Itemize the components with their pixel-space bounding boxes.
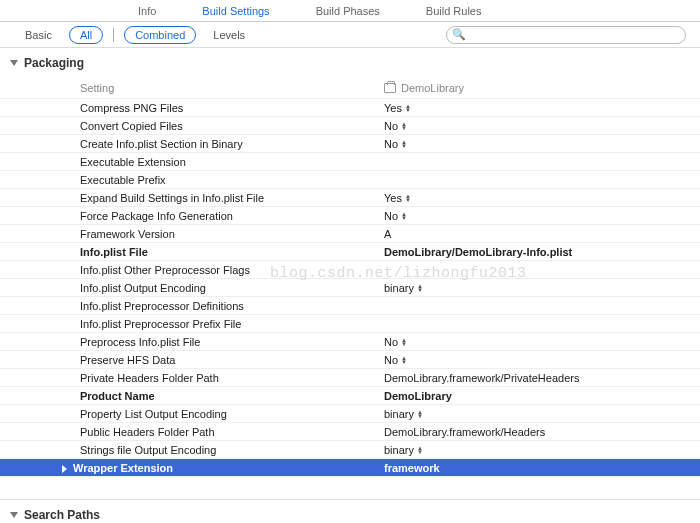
- setting-label: Private Headers Folder Path: [0, 372, 380, 384]
- setting-row[interactable]: Expand Build Settings in Info.plist File…: [0, 189, 700, 207]
- setting-row[interactable]: Executable Extension: [0, 153, 700, 171]
- setting-row[interactable]: Preserve HFS DataNo▲▼: [0, 351, 700, 369]
- setting-value[interactable]: DemoLibrary: [380, 390, 700, 402]
- setting-row[interactable]: Executable Prefix: [0, 171, 700, 189]
- setting-label: Convert Copied Files: [0, 120, 380, 132]
- stepper-icon[interactable]: ▲▼: [417, 284, 423, 292]
- stepper-icon[interactable]: ▲▼: [405, 104, 411, 112]
- search-input[interactable]: [446, 26, 686, 44]
- selection-arrow-icon: [62, 465, 67, 473]
- settings-list: Compress PNG FilesYes▲▼Convert Copied Fi…: [0, 99, 700, 477]
- setting-value[interactable]: DemoLibrary/DemoLibrary-Info.plist: [380, 246, 700, 258]
- setting-label: Preserve HFS Data: [0, 354, 380, 366]
- filter-all[interactable]: All: [69, 26, 103, 44]
- setting-row[interactable]: Info.plist Other Preprocessor Flags: [0, 261, 700, 279]
- tab-build-phases[interactable]: Build Phases: [308, 1, 388, 21]
- setting-row[interactable]: Info.plist Preprocessor Prefix File: [0, 315, 700, 333]
- setting-label: Info.plist Other Preprocessor Flags: [0, 264, 380, 276]
- setting-value[interactable]: binary▲▼: [380, 408, 700, 420]
- tab-build-settings[interactable]: Build Settings: [194, 1, 277, 21]
- setting-label: Executable Prefix: [0, 174, 380, 186]
- setting-row[interactable]: Compress PNG FilesYes▲▼: [0, 99, 700, 117]
- setting-value[interactable]: framework: [380, 462, 700, 474]
- setting-value[interactable]: DemoLibrary.framework/Headers: [380, 426, 700, 438]
- setting-row[interactable]: Wrapper Extensionframework: [0, 459, 700, 477]
- setting-label: Product Name: [0, 390, 380, 402]
- tab-build-rules[interactable]: Build Rules: [418, 1, 490, 21]
- setting-row[interactable]: Strings file Output Encodingbinary▲▼: [0, 441, 700, 459]
- stepper-icon[interactable]: ▲▼: [417, 446, 423, 454]
- setting-value[interactable]: Yes▲▼: [380, 102, 700, 114]
- setting-row[interactable]: Info.plist FileDemoLibrary/DemoLibrary-I…: [0, 243, 700, 261]
- setting-row[interactable]: Info.plist Output Encodingbinary▲▼: [0, 279, 700, 297]
- section-search-paths[interactable]: Search Paths: [0, 500, 700, 523]
- stepper-icon[interactable]: ▲▼: [401, 212, 407, 220]
- setting-row[interactable]: Info.plist Preprocessor Definitions: [0, 297, 700, 315]
- setting-row[interactable]: Property List Output Encodingbinary▲▼: [0, 405, 700, 423]
- setting-row[interactable]: Convert Copied FilesNo▲▼: [0, 117, 700, 135]
- stepper-icon[interactable]: ▲▼: [401, 122, 407, 130]
- toolbox-icon: [384, 83, 396, 93]
- setting-value[interactable]: Yes▲▼: [380, 192, 700, 204]
- setting-value[interactable]: No▲▼: [380, 138, 700, 150]
- setting-value[interactable]: DemoLibrary.framework/PrivateHeaders: [380, 372, 700, 384]
- setting-value[interactable]: No▲▼: [380, 336, 700, 348]
- setting-label: Strings file Output Encoding: [0, 444, 380, 456]
- section-title: Packaging: [24, 56, 84, 70]
- setting-label: Info.plist Preprocessor Definitions: [0, 300, 380, 312]
- setting-label: Executable Extension: [0, 156, 380, 168]
- setting-label: Compress PNG Files: [0, 102, 380, 114]
- setting-label: Expand Build Settings in Info.plist File: [0, 192, 380, 204]
- setting-row[interactable]: Force Package Info GenerationNo▲▼: [0, 207, 700, 225]
- bottom-section: Search Paths: [0, 499, 700, 523]
- stepper-icon[interactable]: ▲▼: [401, 356, 407, 364]
- tab-info[interactable]: Info: [130, 1, 164, 21]
- stepper-icon[interactable]: ▲▼: [405, 194, 411, 202]
- setting-value[interactable]: No▲▼: [380, 120, 700, 132]
- column-headers: Setting DemoLibrary: [0, 78, 700, 99]
- setting-label: Framework Version: [0, 228, 380, 240]
- filter-basic[interactable]: Basic: [14, 26, 63, 44]
- column-target-header: DemoLibrary: [380, 82, 700, 94]
- filter-bar: Basic All Combined Levels 🔍: [0, 22, 700, 48]
- setting-label: Info.plist File: [0, 246, 380, 258]
- target-name: DemoLibrary: [401, 82, 464, 94]
- filter-combined[interactable]: Combined: [124, 26, 196, 44]
- setting-label: Preprocess Info.plist File: [0, 336, 380, 348]
- setting-value[interactable]: No▲▼: [380, 210, 700, 222]
- disclosure-triangle-icon: [10, 60, 18, 66]
- setting-row[interactable]: Private Headers Folder PathDemoLibrary.f…: [0, 369, 700, 387]
- setting-label: Public Headers Folder Path: [0, 426, 380, 438]
- setting-label: Info.plist Output Encoding: [0, 282, 380, 294]
- setting-label: Wrapper Extension: [0, 462, 380, 474]
- section-packaging[interactable]: Packaging: [0, 48, 700, 78]
- filter-separator: [113, 28, 114, 42]
- stepper-icon[interactable]: ▲▼: [401, 338, 407, 346]
- stepper-icon[interactable]: ▲▼: [417, 410, 423, 418]
- column-setting-header: Setting: [0, 82, 380, 94]
- section-title: Search Paths: [24, 508, 100, 522]
- setting-label: Info.plist Preprocessor Prefix File: [0, 318, 380, 330]
- setting-row[interactable]: Public Headers Folder PathDemoLibrary.fr…: [0, 423, 700, 441]
- setting-value[interactable]: A: [380, 228, 700, 240]
- main-tabs: Info Build Settings Build Phases Build R…: [0, 0, 700, 22]
- setting-label: Create Info.plist Section in Binary: [0, 138, 380, 150]
- setting-label: Force Package Info Generation: [0, 210, 380, 222]
- setting-row[interactable]: Framework VersionA: [0, 225, 700, 243]
- setting-label: Property List Output Encoding: [0, 408, 380, 420]
- filter-levels[interactable]: Levels: [202, 26, 256, 44]
- setting-value[interactable]: binary▲▼: [380, 444, 700, 456]
- setting-value[interactable]: binary▲▼: [380, 282, 700, 294]
- disclosure-triangle-icon: [10, 512, 18, 518]
- setting-row[interactable]: Create Info.plist Section in BinaryNo▲▼: [0, 135, 700, 153]
- search-wrap: 🔍: [446, 26, 686, 44]
- setting-row[interactable]: Preprocess Info.plist FileNo▲▼: [0, 333, 700, 351]
- setting-row[interactable]: Product NameDemoLibrary: [0, 387, 700, 405]
- setting-value[interactable]: No▲▼: [380, 354, 700, 366]
- stepper-icon[interactable]: ▲▼: [401, 140, 407, 148]
